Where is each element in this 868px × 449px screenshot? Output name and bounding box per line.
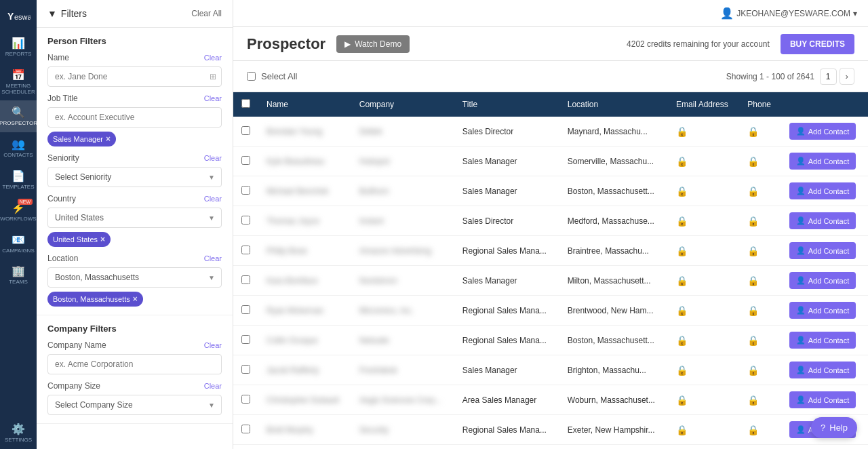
buy-credits-button[interactable]: BUY CREDITS	[781, 34, 854, 54]
sidebar-header: ▼ Filters Clear All	[37, 0, 233, 28]
country-select-wrapper: United States Canada United Kingdom ▼	[47, 208, 222, 228]
sidebar-item-templates[interactable]: 📄 TEMPLATES	[0, 164, 37, 196]
name-input[interactable]	[47, 66, 222, 87]
add-icon: 👤	[796, 425, 806, 434]
country-tag-remove[interactable]: ×	[100, 235, 105, 244]
email-column-header: Email Address	[668, 92, 739, 117]
row-phone: 🔒	[739, 147, 781, 176]
country-select[interactable]: United States Canada United Kingdom	[47, 208, 222, 228]
sidebar-item-campaigns[interactable]: 📧 CAMPAIGNS	[0, 228, 37, 260]
seniority-clear-button[interactable]: Clear	[204, 154, 222, 162]
sidebar-item-workflows[interactable]: NEW ⚡ WORKFLOWS	[0, 196, 37, 228]
table-row: Brett Murphy Security Regional Sales Man…	[233, 415, 868, 445]
row-action: 👤 Add Contact	[781, 385, 868, 415]
row-company: Lifetouch	[351, 445, 454, 450]
add-contact-button-9[interactable]: 👤 Add Contact	[789, 391, 856, 408]
row-checkbox-6[interactable]	[241, 305, 250, 314]
user-icon: 👤	[720, 7, 734, 20]
row-checkbox-2[interactable]	[241, 186, 250, 195]
user-info[interactable]: 👤 JKEOHANE@YESWARE.COM ▾	[720, 7, 857, 20]
row-location: Somerville, Massachu...	[559, 147, 668, 176]
sidebar-item-settings[interactable]: ⚙️ SETTINGS	[0, 417, 37, 449]
company-size-select[interactable]: Select Company Size 1-10 11-50 51-200 20…	[47, 395, 222, 415]
row-email: 🔒	[668, 236, 739, 266]
row-title: Sales Director	[454, 117, 559, 147]
sidebar-item-teams[interactable]: 🏢 TEAMS	[0, 259, 37, 291]
job-title-clear-button[interactable]: Clear	[204, 94, 222, 102]
location-tag[interactable]: Boston, Massachusetts ×	[47, 292, 143, 307]
row-location: Brentwood, New Ham...	[559, 296, 668, 326]
row-title: Area Sales Manager	[454, 385, 559, 415]
person-filters-title: Person Filters	[47, 36, 222, 46]
next-page-button[interactable]: ›	[840, 68, 854, 85]
clear-all-button[interactable]: Clear All	[191, 9, 222, 18]
add-contact-button-0[interactable]: 👤 Add Contact	[789, 123, 856, 140]
row-company: Freshdesk	[351, 355, 454, 385]
job-title-tag-remove[interactable]: ×	[106, 134, 111, 144]
location-clear-button[interactable]: Clear	[204, 254, 222, 262]
row-action: 👤 Add Contact	[781, 236, 868, 266]
add-contact-button-4[interactable]: 👤 Add Contact	[789, 242, 856, 259]
job-title-tag[interactable]: Sales Manager ×	[47, 132, 116, 147]
select-all-checkbox[interactable]	[247, 72, 256, 81]
add-contact-button-3[interactable]: 👤 Add Contact	[789, 212, 856, 229]
filter-icon: ▼	[47, 8, 57, 19]
new-badge: NEW	[18, 199, 33, 205]
country-tag[interactable]: United States ×	[47, 232, 111, 247]
watch-demo-button[interactable]: ▶ Watch Demo	[336, 35, 410, 53]
row-checkbox-cell	[233, 296, 258, 326]
row-checkbox-cell	[233, 147, 258, 176]
sidebar-item-prospector[interactable]: 🔍 PROSPECTOR	[0, 100, 37, 132]
location-filter-label: Location Clear	[47, 254, 222, 263]
row-checkbox-1[interactable]	[241, 156, 250, 165]
row-action: 👤 Add Contact	[781, 296, 868, 326]
sidebar-item-reports[interactable]: 📊 REPORTS	[0, 31, 37, 63]
row-title: Sales Director	[454, 206, 559, 236]
row-checkbox-7[interactable]	[241, 335, 250, 344]
row-checkbox-4[interactable]	[241, 246, 250, 254]
company-name-input[interactable]	[47, 354, 222, 374]
sidebar-item-meeting-scheduler[interactable]: 📅 MEETING SCHEDULER	[0, 63, 37, 101]
add-icon: 👤	[796, 395, 806, 404]
row-checkbox-8[interactable]	[241, 365, 250, 374]
company-name-clear-button[interactable]: Clear	[204, 341, 222, 349]
job-title-filter-label: Job Title Clear	[47, 94, 222, 103]
name-clear-button[interactable]: Clear	[204, 54, 222, 62]
row-checkbox-5[interactable]	[241, 275, 250, 284]
row-checkbox-9[interactable]	[241, 395, 250, 404]
row-company: Nordstrom	[351, 266, 454, 296]
row-checkbox-cell	[233, 415, 258, 445]
add-contact-button-5[interactable]: 👤 Add Contact	[789, 272, 856, 289]
row-location: Maynard, Massachu...	[559, 117, 668, 147]
seniority-select[interactable]: Select Seniority Director Manager VP C-L…	[47, 167, 222, 187]
app-logo[interactable]: Y esware	[5, 5, 32, 26]
job-title-input[interactable]	[47, 107, 222, 128]
header-checkbox[interactable]	[241, 99, 250, 108]
company-size-clear-button[interactable]: Clear	[204, 382, 222, 390]
company-name-label: Company Name	[47, 340, 106, 350]
row-checkbox-3[interactable]	[241, 216, 250, 224]
add-contact-button-2[interactable]: 👤 Add Contact	[789, 182, 856, 199]
svg-text:Y: Y	[7, 11, 14, 22]
title-column-header: Title	[454, 92, 559, 117]
sidebar-item-contacts[interactable]: 👥 CONTACTS	[0, 132, 37, 164]
add-contact-button-8[interactable]: 👤 Add Contact	[789, 362, 856, 378]
row-checkbox-10[interactable]	[241, 425, 250, 433]
settings-icon: ⚙️	[12, 423, 25, 435]
add-contact-button-6[interactable]: 👤 Add Contact	[789, 302, 856, 319]
row-action: 👤 Add Contact	[781, 355, 868, 385]
row-checkbox-0[interactable]	[241, 126, 250, 135]
row-location: Boston, Massachusett...	[559, 326, 668, 355]
row-location: Boston, Massachusett...	[559, 445, 668, 450]
add-icon: 👤	[796, 216, 806, 225]
help-button[interactable]: ? Help	[811, 417, 857, 438]
row-location: Brighton, Massachu...	[559, 355, 668, 385]
table-row: Ryan Mckernan Micromics, Inc. Regional S…	[233, 296, 868, 326]
phone-column-header: Phone	[739, 92, 781, 117]
country-clear-button[interactable]: Clear	[204, 195, 222, 203]
credits-text: 4202 credits remaining for your account	[627, 39, 770, 49]
add-contact-button-7[interactable]: 👤 Add Contact	[789, 332, 856, 349]
add-contact-button-1[interactable]: 👤 Add Contact	[789, 153, 856, 170]
location-tag-remove[interactable]: ×	[133, 294, 138, 304]
location-select[interactable]: Boston, Massachusetts Cambridge, Massach…	[47, 267, 222, 288]
